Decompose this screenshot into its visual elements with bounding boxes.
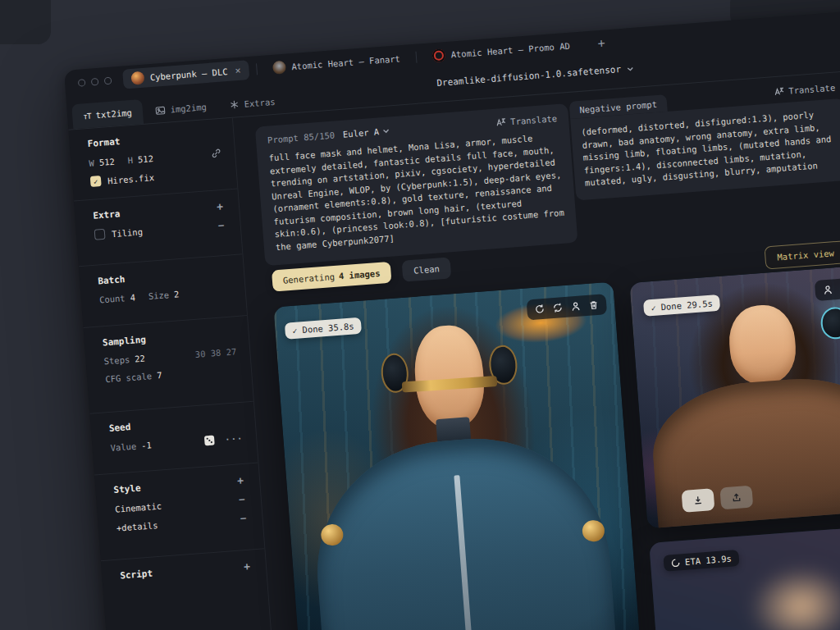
- share-icon: [731, 492, 742, 504]
- prompt-textarea[interactable]: full face mask and helmet, Mona Lisa, ar…: [268, 130, 565, 253]
- batch-row: Count 4 Size 2: [99, 285, 232, 304]
- window-maximize-button[interactable]: [104, 76, 112, 84]
- sampling-section: Sampling Steps 22 30 38 27 CFG scale 7: [84, 316, 253, 414]
- format-section: Format W 512 H 512 ✓ Hires.fix: [68, 117, 237, 202]
- steps-label: Steps: [103, 354, 130, 366]
- batch-title: Batch: [98, 266, 231, 286]
- script-section: Script +: [101, 549, 272, 630]
- remove-tiling-icon[interactable]: −: [215, 220, 227, 231]
- model-name: Dreamlike-diffusion-1.0.safetensor: [436, 64, 622, 89]
- spinner-icon: [671, 558, 681, 568]
- generated-image-2[interactable]: ✓ Done 29.5s: [629, 263, 840, 528]
- random-seed-dice-icon[interactable]: [203, 434, 216, 446]
- clean-button[interactable]: Clean: [401, 257, 451, 281]
- remove-style-icon[interactable]: −: [235, 494, 248, 505]
- height-value[interactable]: 512: [138, 153, 154, 164]
- add-script-icon[interactable]: +: [240, 560, 253, 572]
- width-label: W: [89, 158, 94, 167]
- cfg-value[interactable]: 7: [157, 370, 162, 380]
- hires-label: Hires.fix: [107, 172, 155, 185]
- close-tab-icon[interactable]: ×: [235, 65, 241, 77]
- chevron-down-icon: [627, 66, 634, 71]
- link-dimensions-icon[interactable]: [211, 148, 222, 159]
- dimensions-row: W 512 H 512: [89, 148, 222, 168]
- style-item-label[interactable]: +details: [116, 519, 158, 532]
- style-item: +details −: [116, 513, 249, 533]
- seed-value-label: Value: [110, 441, 136, 453]
- background-card-top-left: [0, 0, 51, 44]
- seed-value[interactable]: -1: [141, 440, 153, 450]
- seed-title: Seed: [108, 413, 242, 434]
- width-value[interactable]: 512: [98, 156, 115, 167]
- chevron-down-icon: [383, 128, 390, 134]
- seed-more-icon[interactable]: ···: [225, 433, 244, 445]
- variation-icon[interactable]: [552, 302, 564, 313]
- cfg-row: CFG scale 7: [105, 364, 238, 384]
- height-label: H: [127, 155, 133, 165]
- style-title: Style: [113, 482, 141, 495]
- generate-button[interactable]: Generating 4 images: [272, 262, 391, 292]
- person-icon[interactable]: [822, 284, 833, 295]
- steps-value[interactable]: 22: [135, 354, 146, 364]
- check-icon: ✓: [651, 303, 656, 312]
- matrix-view-button[interactable]: Matrix view: [764, 240, 840, 269]
- main-content: Prompt 85/150 Euler A Translate full fac…: [233, 52, 840, 630]
- translate-icon: [774, 85, 785, 97]
- extra-title: Extra: [93, 208, 121, 221]
- style-item-label[interactable]: Cinematic: [115, 500, 162, 514]
- tab-avatar-icon: [130, 71, 144, 85]
- tab-label: Atomic Heart – Fanart: [291, 53, 400, 71]
- hires-checkbox[interactable]: ✓: [90, 176, 102, 187]
- translate-button[interactable]: Translate: [495, 112, 558, 128]
- tab-separator: [415, 52, 417, 63]
- image-toolbar: [815, 277, 840, 301]
- size-value[interactable]: 2: [174, 289, 180, 299]
- remove-style-icon[interactable]: −: [237, 513, 249, 524]
- generated-image-1[interactable]: ✓ Done 35.8s: [273, 282, 642, 630]
- share-button[interactable]: [719, 486, 753, 510]
- sampler-dropdown[interactable]: Euler A: [342, 126, 390, 139]
- window-close-button[interactable]: [78, 79, 86, 87]
- app-window: Cyberpunk – DLC × Atomic Heart – Fanart …: [64, 0, 840, 630]
- prompt-counter: Prompt 85/150: [267, 130, 336, 144]
- download-icon: [692, 495, 704, 506]
- tiling-label: Tiling: [112, 226, 144, 239]
- cfg-label: CFG scale: [105, 371, 153, 384]
- sparkle-icon: [229, 99, 240, 110]
- tab-separator: [256, 63, 258, 75]
- window-controls[interactable]: [78, 76, 112, 86]
- extra-section: Extra + Tiling −: [74, 189, 242, 267]
- add-extra-icon[interactable]: +: [213, 201, 226, 212]
- sampling-title: Sampling: [103, 327, 236, 348]
- txt2img-icon: тT: [83, 111, 91, 121]
- tiling-row: Tiling −: [94, 220, 228, 240]
- hires-row: ✓ Hires.fix: [90, 167, 224, 187]
- generating-image-3[interactable]: ETA 13.9s: [649, 523, 840, 630]
- steps-row: Steps 22 30 38 27: [103, 346, 236, 366]
- window-minimize-button[interactable]: [91, 77, 99, 85]
- new-tab-button[interactable]: +: [597, 37, 605, 50]
- negative-prompt-textarea[interactable]: (deformed, distorted, disfigured:1.3), p…: [581, 107, 840, 190]
- tiling-checkbox[interactable]: [94, 229, 106, 240]
- translate-button[interactable]: Translate: [774, 82, 836, 98]
- negative-prompt-panel: Negative prompt Translate (deformed, dis…: [569, 81, 840, 200]
- style-section: Style + Cinematic − +details −: [94, 463, 264, 562]
- prompt-panel: Prompt 85/150 Euler A Translate full fac…: [255, 103, 578, 266]
- tab-label: Cyberpunk – DLC: [149, 66, 227, 82]
- add-style-icon[interactable]: +: [235, 475, 247, 486]
- download-button[interactable]: [682, 488, 715, 513]
- tab-label: Atomic Heart – Promo AD: [450, 41, 570, 60]
- steps-history[interactable]: 30 38 27: [194, 346, 236, 359]
- count-label: Count: [99, 293, 126, 304]
- person-icon[interactable]: [570, 301, 582, 313]
- count-value[interactable]: 4: [130, 292, 135, 302]
- style-item: Cinematic −: [115, 494, 249, 514]
- image-art-blurred: [649, 523, 840, 630]
- desktop-background: Cyberpunk – DLC × Atomic Heart – Fanart …: [0, 0, 840, 630]
- script-title: Script: [120, 568, 153, 582]
- tab-avatar-icon: [272, 61, 286, 75]
- size-label: Size: [148, 290, 169, 301]
- refresh-icon[interactable]: [534, 304, 546, 315]
- trash-icon[interactable]: [588, 299, 600, 311]
- model-selector[interactable]: Dreamlike-diffusion-1.0.safetensor: [436, 63, 634, 89]
